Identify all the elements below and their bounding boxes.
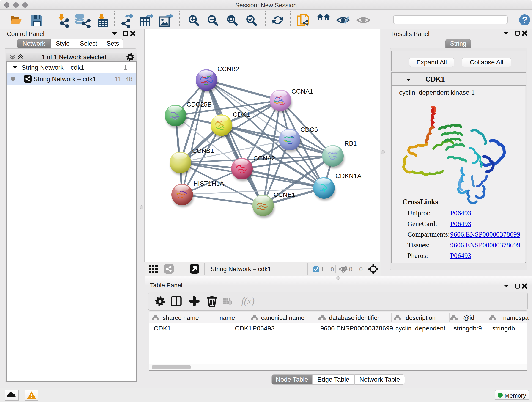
svg-text:CDKN1A: CDKN1A <box>336 172 361 179</box>
svg-text:@id: @id <box>463 314 474 321</box>
svg-text:canonical name: canonical name <box>261 314 304 321</box>
svg-text:?: ? <box>522 15 527 25</box>
svg-text:1 of 1 Network selected: 1 of 1 Network selected <box>42 54 106 61</box>
svg-text:1 – 0: 1 – 0 <box>321 266 334 273</box>
svg-text:CDK1: CDK1 <box>233 111 250 118</box>
svg-text:0 – 0: 0 – 0 <box>349 266 363 273</box>
svg-text:shared name: shared name <box>163 314 199 321</box>
svg-text:HIST1H1A: HIST1H1A <box>193 180 224 187</box>
svg-text:f(x): f(x) <box>241 296 254 307</box>
svg-text:CCNB1: CCNB1 <box>192 147 214 154</box>
svg-text:database identifier: database identifier <box>329 314 380 321</box>
svg-text:CCNA2: CCNA2 <box>253 155 275 162</box>
svg-text:CDC25B: CDC25B <box>186 101 212 108</box>
svg-text:RB1: RB1 <box>344 140 357 147</box>
svg-text:namespac: namespac <box>503 314 529 321</box>
svg-text:CCNE1: CCNE1 <box>273 191 295 198</box>
svg-text:name: name <box>220 314 235 321</box>
svg-text:String Network – cdk1: String Network – cdk1 <box>210 266 271 273</box>
svg-text:CCNA1: CCNA1 <box>291 88 313 95</box>
svg-text:CCNB2: CCNB2 <box>217 65 239 72</box>
svg-text:CDC6: CDC6 <box>300 126 318 133</box>
svg-text:description: description <box>406 314 436 321</box>
